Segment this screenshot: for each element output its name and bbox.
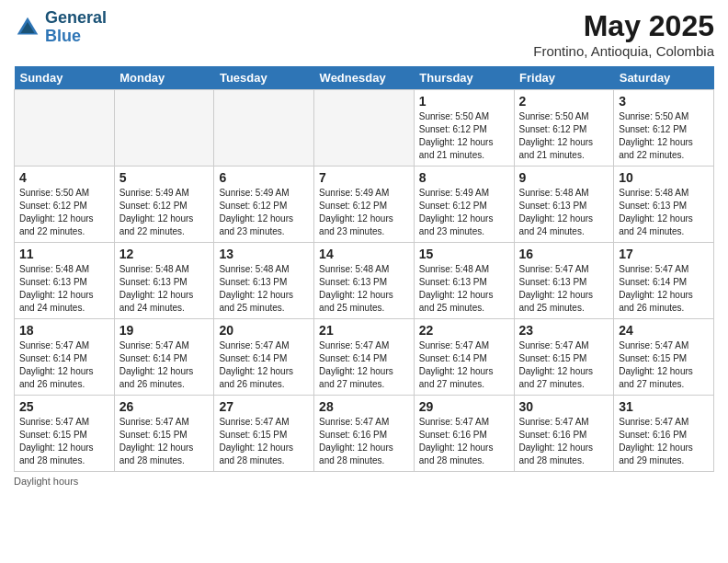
calendar-cell: 27Sunrise: 5:47 AMSunset: 6:15 PMDayligh… bbox=[214, 396, 314, 472]
day-number: 21 bbox=[319, 323, 409, 338]
calendar-cell: 12Sunrise: 5:48 AMSunset: 6:13 PMDayligh… bbox=[114, 243, 214, 319]
calendar-cell: 29Sunrise: 5:47 AMSunset: 6:16 PMDayligh… bbox=[414, 396, 514, 472]
calendar-cell: 2Sunrise: 5:50 AMSunset: 6:12 PMDaylight… bbox=[514, 90, 614, 167]
day-info: Sunrise: 5:48 AMSunset: 6:13 PMDaylight:… bbox=[619, 187, 709, 238]
day-number: 3 bbox=[619, 94, 709, 109]
day-info: Sunrise: 5:47 AMSunset: 6:15 PMDaylight:… bbox=[219, 416, 309, 467]
col-header-monday: Monday bbox=[114, 66, 214, 90]
day-info: Sunrise: 5:48 AMSunset: 6:13 PMDaylight:… bbox=[19, 263, 109, 315]
day-info: Sunrise: 5:48 AMSunset: 6:13 PMDaylight:… bbox=[319, 263, 409, 315]
calendar-cell: 16Sunrise: 5:47 AMSunset: 6:13 PMDayligh… bbox=[514, 243, 614, 319]
calendar-cell bbox=[15, 90, 115, 167]
calendar-cell: 19Sunrise: 5:47 AMSunset: 6:14 PMDayligh… bbox=[114, 319, 214, 396]
calendar-cell: 7Sunrise: 5:49 AMSunset: 6:12 PMDaylight… bbox=[314, 167, 415, 243]
day-number: 2 bbox=[519, 94, 609, 109]
month-title: May 2025 bbox=[533, 9, 714, 43]
calendar-week-5: 25Sunrise: 5:47 AMSunset: 6:15 PMDayligh… bbox=[15, 396, 714, 472]
calendar-cell: 28Sunrise: 5:47 AMSunset: 6:16 PMDayligh… bbox=[314, 396, 415, 472]
logo-icon bbox=[14, 14, 41, 41]
day-info: Sunrise: 5:48 AMSunset: 6:13 PMDaylight:… bbox=[519, 187, 609, 238]
main-container: General Blue May 2025 Frontino, Antioqui… bbox=[0, 0, 728, 496]
day-number: 17 bbox=[619, 247, 709, 261]
day-info: Sunrise: 5:47 AMSunset: 6:14 PMDaylight:… bbox=[319, 339, 409, 391]
day-info: Sunrise: 5:49 AMSunset: 6:12 PMDaylight:… bbox=[419, 187, 509, 238]
day-info: Sunrise: 5:47 AMSunset: 6:15 PMDaylight:… bbox=[519, 339, 609, 391]
col-header-sunday: Sunday bbox=[15, 66, 115, 90]
day-number: 7 bbox=[319, 170, 409, 185]
day-info: Sunrise: 5:47 AMSunset: 6:15 PMDaylight:… bbox=[619, 339, 709, 391]
day-info: Sunrise: 5:47 AMSunset: 6:13 PMDaylight:… bbox=[519, 263, 609, 315]
calendar-cell: 9Sunrise: 5:48 AMSunset: 6:13 PMDaylight… bbox=[514, 167, 614, 243]
calendar-cell: 25Sunrise: 5:47 AMSunset: 6:15 PMDayligh… bbox=[15, 396, 115, 472]
calendar-cell: 31Sunrise: 5:47 AMSunset: 6:16 PMDayligh… bbox=[614, 396, 714, 472]
calendar-cell: 1Sunrise: 5:50 AMSunset: 6:12 PMDaylight… bbox=[414, 90, 514, 167]
day-info: Sunrise: 5:50 AMSunset: 6:12 PMDaylight:… bbox=[519, 110, 609, 162]
logo: General Blue bbox=[14, 9, 107, 46]
calendar-cell: 15Sunrise: 5:48 AMSunset: 6:13 PMDayligh… bbox=[414, 243, 514, 319]
day-number: 24 bbox=[619, 323, 709, 338]
calendar-cell: 20Sunrise: 5:47 AMSunset: 6:14 PMDayligh… bbox=[214, 319, 314, 396]
calendar-cell: 3Sunrise: 5:50 AMSunset: 6:12 PMDaylight… bbox=[614, 90, 714, 167]
calendar-cell: 8Sunrise: 5:49 AMSunset: 6:12 PMDaylight… bbox=[414, 167, 514, 243]
day-number: 20 bbox=[219, 323, 309, 338]
day-number: 22 bbox=[419, 323, 509, 338]
day-number: 9 bbox=[519, 170, 609, 185]
day-info: Sunrise: 5:50 AMSunset: 6:12 PMDaylight:… bbox=[419, 110, 509, 162]
day-number: 16 bbox=[519, 247, 609, 261]
day-info: Sunrise: 5:47 AMSunset: 6:16 PMDaylight:… bbox=[419, 416, 509, 467]
day-number: 1 bbox=[419, 94, 509, 109]
title-block: May 2025 Frontino, Antioquia, Colombia bbox=[533, 9, 714, 59]
day-number: 6 bbox=[219, 170, 309, 185]
col-header-friday: Friday bbox=[514, 66, 614, 90]
calendar-cell: 23Sunrise: 5:47 AMSunset: 6:15 PMDayligh… bbox=[514, 319, 614, 396]
day-info: Sunrise: 5:47 AMSunset: 6:16 PMDaylight:… bbox=[319, 416, 409, 467]
day-info: Sunrise: 5:49 AMSunset: 6:12 PMDaylight:… bbox=[219, 187, 309, 238]
calendar-cell: 30Sunrise: 5:47 AMSunset: 6:16 PMDayligh… bbox=[514, 396, 614, 472]
day-info: Sunrise: 5:48 AMSunset: 6:13 PMDaylight:… bbox=[419, 263, 509, 315]
day-number: 26 bbox=[119, 399, 210, 414]
calendar-week-1: 1Sunrise: 5:50 AMSunset: 6:12 PMDaylight… bbox=[15, 90, 714, 167]
calendar-cell: 14Sunrise: 5:48 AMSunset: 6:13 PMDayligh… bbox=[314, 243, 415, 319]
calendar-cell: 4Sunrise: 5:50 AMSunset: 6:12 PMDaylight… bbox=[15, 167, 115, 243]
calendar-week-2: 4Sunrise: 5:50 AMSunset: 6:12 PMDaylight… bbox=[15, 167, 714, 243]
day-number: 19 bbox=[119, 323, 210, 338]
day-number: 11 bbox=[19, 247, 109, 261]
calendar-week-4: 18Sunrise: 5:47 AMSunset: 6:14 PMDayligh… bbox=[15, 319, 714, 396]
day-info: Sunrise: 5:47 AMSunset: 6:14 PMDaylight:… bbox=[419, 339, 509, 391]
calendar-cell: 18Sunrise: 5:47 AMSunset: 6:14 PMDayligh… bbox=[15, 319, 115, 396]
calendar-cell: 17Sunrise: 5:47 AMSunset: 6:14 PMDayligh… bbox=[614, 243, 714, 319]
day-info: Sunrise: 5:49 AMSunset: 6:12 PMDaylight:… bbox=[119, 187, 210, 238]
calendar-cell: 21Sunrise: 5:47 AMSunset: 6:14 PMDayligh… bbox=[314, 319, 415, 396]
day-info: Sunrise: 5:47 AMSunset: 6:14 PMDaylight:… bbox=[19, 339, 109, 391]
calendar-table: SundayMondayTuesdayWednesdayThursdayFrid… bbox=[14, 66, 714, 472]
day-number: 12 bbox=[119, 247, 210, 261]
calendar-cell: 5Sunrise: 5:49 AMSunset: 6:12 PMDaylight… bbox=[114, 167, 214, 243]
day-number: 4 bbox=[19, 170, 109, 185]
footer-daylight: Daylight hours bbox=[14, 476, 714, 487]
day-number: 13 bbox=[219, 247, 309, 261]
day-number: 10 bbox=[619, 170, 709, 185]
day-number: 30 bbox=[519, 399, 609, 414]
location-subtitle: Frontino, Antioquia, Colombia bbox=[533, 43, 714, 59]
day-number: 8 bbox=[419, 170, 509, 185]
day-info: Sunrise: 5:47 AMSunset: 6:14 PMDaylight:… bbox=[119, 339, 210, 391]
day-number: 29 bbox=[419, 399, 509, 414]
calendar-cell bbox=[214, 90, 314, 167]
day-number: 25 bbox=[19, 399, 109, 414]
day-info: Sunrise: 5:47 AMSunset: 6:15 PMDaylight:… bbox=[19, 416, 109, 467]
day-number: 31 bbox=[619, 399, 709, 414]
calendar-cell: 24Sunrise: 5:47 AMSunset: 6:15 PMDayligh… bbox=[614, 319, 714, 396]
day-number: 5 bbox=[119, 170, 210, 185]
day-info: Sunrise: 5:47 AMSunset: 6:14 PMDaylight:… bbox=[619, 263, 709, 315]
day-info: Sunrise: 5:47 AMSunset: 6:14 PMDaylight:… bbox=[219, 339, 309, 391]
header: General Blue May 2025 Frontino, Antioqui… bbox=[14, 9, 714, 59]
logo-general: General bbox=[45, 9, 107, 28]
day-info: Sunrise: 5:47 AMSunset: 6:16 PMDaylight:… bbox=[519, 416, 609, 467]
day-info: Sunrise: 5:47 AMSunset: 6:15 PMDaylight:… bbox=[119, 416, 210, 467]
calendar-cell: 22Sunrise: 5:47 AMSunset: 6:14 PMDayligh… bbox=[414, 319, 514, 396]
day-info: Sunrise: 5:48 AMSunset: 6:13 PMDaylight:… bbox=[219, 263, 309, 315]
day-info: Sunrise: 5:50 AMSunset: 6:12 PMDaylight:… bbox=[19, 187, 109, 238]
day-number: 27 bbox=[219, 399, 309, 414]
col-header-wednesday: Wednesday bbox=[314, 66, 415, 90]
day-info: Sunrise: 5:50 AMSunset: 6:12 PMDaylight:… bbox=[619, 110, 709, 162]
